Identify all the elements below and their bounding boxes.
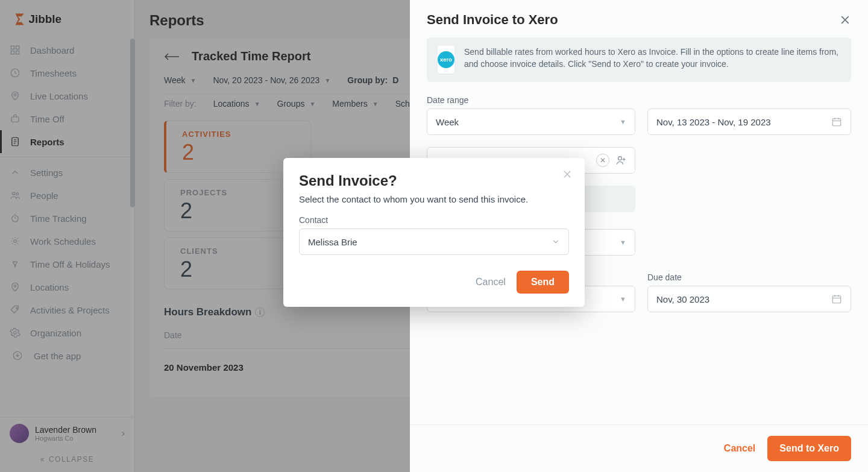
modal-subtitle: Select the contact to whom you want to s… [299,194,569,204]
date-value: Nov, 30 2023 [656,294,709,304]
contact-select[interactable]: Melissa Brie [299,228,569,255]
send-to-xero-button[interactable]: Send to Xero [767,436,851,461]
cancel-button[interactable]: Cancel [476,277,506,288]
calendar-icon [831,116,842,127]
close-icon[interactable] [562,169,573,180]
date-value: Nov, 13 2023 - Nov, 19 2023 [656,117,771,127]
due-date-picker[interactable]: Nov, 30 2023 [647,286,851,312]
panel-title: Send Invoice to Xero [427,12,558,28]
date-range-unit-select[interactable]: Week▼ [427,109,635,135]
select-value: Week [436,117,459,127]
clear-chip-icon[interactable]: ✕ [596,154,609,167]
chevron-down-icon [552,238,560,246]
svg-rect-18 [832,296,841,303]
info-box: xero Send billable rates from worked hou… [427,37,851,82]
panel-cancel-button[interactable]: Cancel [724,443,755,454]
label-due-date: Due date [647,272,851,282]
svg-rect-16 [832,119,841,126]
send-button[interactable]: Send [517,271,569,294]
send-invoice-modal: Send Invoice? Select the contact to whom… [283,158,585,307]
xero-badge: xero [438,46,454,74]
caret-down-icon: ▼ [620,118,626,125]
add-user-icon[interactable] [615,154,627,166]
calendar-icon [831,294,842,304]
xero-icon: xero [438,51,454,68]
caret-down-icon: ▼ [620,239,626,246]
info-text: Send billable rates from worked hours to… [464,46,840,74]
label-date-range: Date range [427,95,851,105]
modal-title: Send Invoice? [299,172,569,189]
svg-point-17 [618,157,622,160]
date-range-picker[interactable]: Nov, 13 2023 - Nov, 19 2023 [647,109,851,135]
label-contact: Contact [299,215,569,225]
select-value: Melissa Brie [308,237,357,247]
close-icon[interactable] [839,14,851,26]
caret-down-icon: ▼ [620,295,626,303]
